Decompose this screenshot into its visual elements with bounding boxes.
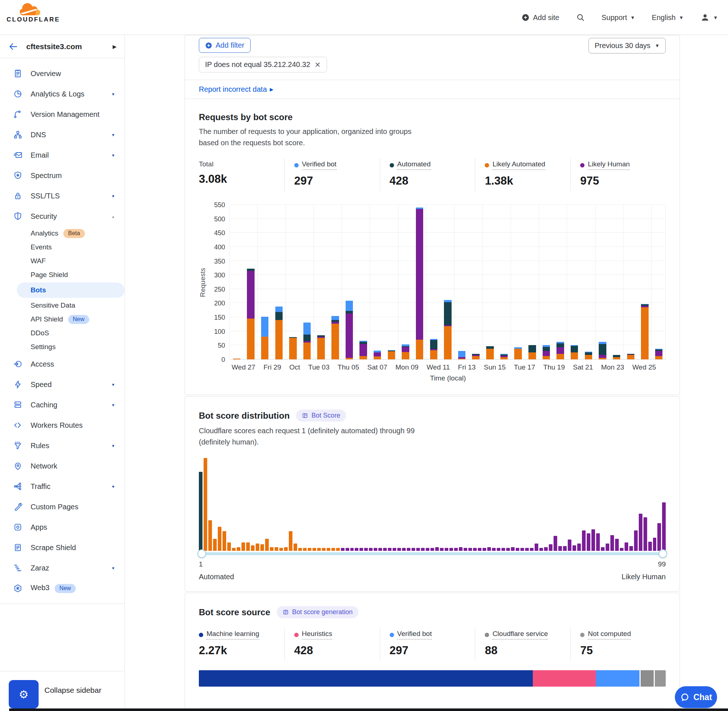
source-segment-heuristics <box>533 670 596 687</box>
settings-gear-button[interactable]: ⚙ <box>9 680 38 708</box>
sidebar-item-label: API Shield <box>31 315 63 323</box>
caching-icon <box>13 400 22 410</box>
topbar-actions: Add site Support ▼ English ▼ ▼ <box>521 0 718 35</box>
sidebar-item-analytics-logs[interactable]: Analytics & Logs▾ <box>0 84 124 104</box>
chevron-right-icon[interactable]: ▶ <box>112 44 117 50</box>
histogram-bar-score-36 <box>364 548 368 551</box>
bar-segment-likely-automated <box>275 320 283 359</box>
sidebar-item-zaraz[interactable]: Zaraz▾ <box>0 558 124 578</box>
sidebar-item-custom-pages[interactable]: Custom Pages <box>0 497 124 517</box>
sidebar-item-network[interactable]: Network <box>0 456 124 476</box>
sidebar-item-speed[interactable]: Speed▾ <box>0 374 124 395</box>
language-menu[interactable]: English ▼ <box>652 13 684 22</box>
sidebar-item-waf[interactable]: WAF <box>0 254 124 268</box>
source-segment-cloudflare-service <box>641 670 654 687</box>
sidebar-item-web3[interactable]: Web3New <box>0 578 124 599</box>
x-tick: Tue 17 <box>514 363 535 371</box>
histogram-bar-score-77 <box>558 546 562 551</box>
sidebar-item-analytics[interactable]: AnalyticsBeta <box>0 226 124 240</box>
x-tick: Sat 07 <box>368 363 387 371</box>
sidebar-item-email[interactable]: Email▾ <box>0 145 124 165</box>
histogram-bar-score-13 <box>255 544 259 551</box>
histogram-bar-score-79 <box>568 540 571 551</box>
add-filter-button[interactable]: Add filter <box>199 38 251 53</box>
stat-label-text[interactable]: Not computed <box>588 630 631 640</box>
report-incorrect-data-link[interactable]: Report incorrect data ▶ <box>199 85 273 94</box>
chevron-down-icon[interactable]: ▾ <box>112 132 114 138</box>
sidebar-item-dns[interactable]: DNS▾ <box>0 124 124 145</box>
stat-label-text[interactable]: Verified bot <box>397 630 432 640</box>
sidebar-item-traffic[interactable]: Traffic▾ <box>0 476 124 497</box>
chevron-down-icon[interactable]: ▾ <box>112 565 114 571</box>
y-tick-label: 100 <box>214 327 225 335</box>
sidebar-item-caching[interactable]: Caching▾ <box>0 395 124 415</box>
histogram-bar-score-55 <box>454 548 458 551</box>
bot-score-generation-docs-badge[interactable]: Bot score generation <box>277 606 358 618</box>
bar-segment-likely-automated <box>627 355 634 359</box>
chevron-up-icon[interactable]: ▴ <box>112 214 114 219</box>
chevron-down-icon[interactable]: ▾ <box>112 484 114 489</box>
bar-slot <box>583 205 594 359</box>
sidebar-item-access[interactable]: Access <box>0 354 124 374</box>
sidebar-item-settings[interactable]: Settings <box>0 340 124 354</box>
sidebar-item-scrape-shield[interactable]: Scrape Shield <box>0 537 124 558</box>
bar-slot <box>611 205 622 359</box>
sidebar-divider <box>0 603 124 604</box>
chevron-down-icon[interactable]: ▾ <box>112 91 114 97</box>
stat-label-text[interactable]: Cloudflare service <box>492 630 548 640</box>
date-range-dropdown[interactable]: Previous 30 days ▼ <box>589 38 666 53</box>
sidebar-item-workers-routes[interactable]: Workers Routes <box>0 415 124 435</box>
custom-pages-icon <box>13 502 22 512</box>
sidebar-item-events[interactable]: Events <box>0 240 124 254</box>
chat-button[interactable]: Chat <box>675 686 717 708</box>
legend-dot-icon <box>199 633 203 637</box>
stat-label-text[interactable]: Verified bot <box>302 160 337 170</box>
chevron-down-icon[interactable]: ▾ <box>112 443 114 448</box>
back-arrow-icon[interactable] <box>9 42 18 51</box>
x-tick: Wed 11 <box>427 363 450 371</box>
account-menu[interactable]: ▼ <box>700 13 718 22</box>
bot-score-docs-badge[interactable]: Bot Score <box>296 410 346 422</box>
x-tick-label: Wed 11 <box>427 363 450 371</box>
cloudflare-logo[interactable]: CLOUDFLARE <box>7 2 54 23</box>
badge-label: Bot score generation <box>292 608 353 616</box>
slider-handle-max[interactable] <box>659 549 667 558</box>
sidebar-item-bots[interactable]: Bots <box>17 283 124 298</box>
slider-handle-min[interactable] <box>197 549 206 558</box>
x-tick: Thu 05 <box>338 363 359 371</box>
add-site-button[interactable]: Add site <box>521 13 559 22</box>
stat-label-text[interactable]: Heuristics <box>302 630 332 640</box>
stat-label-text[interactable]: Likely Automated <box>492 160 545 170</box>
sidebar-item-version-management[interactable]: Version Management <box>0 104 124 124</box>
support-menu[interactable]: Support ▼ <box>602 13 635 22</box>
chevron-down-icon[interactable]: ▾ <box>112 382 114 387</box>
sidebar-item-spectrum[interactable]: Spectrum <box>0 165 124 186</box>
stat-label-text[interactable]: Automated <box>397 160 431 170</box>
sidebar-item-rules[interactable]: Rules▾ <box>0 435 124 456</box>
chevron-down-icon[interactable]: ▾ <box>112 402 114 408</box>
sidebar-item-overview[interactable]: Overview <box>0 63 124 84</box>
sidebar-item-ssl-tls[interactable]: SSL/TLS▾ <box>0 186 124 206</box>
sidebar-item-security[interactable]: Security▴ <box>0 206 124 226</box>
chevron-down-icon[interactable]: ▾ <box>112 193 114 199</box>
sidebar-item-page-shield[interactable]: Page Shield <box>0 268 124 282</box>
collapse-sidebar-label[interactable]: Collapse sidebar <box>44 686 101 695</box>
chevron-down-icon: ▼ <box>679 15 684 21</box>
sidebar-item-label: SSL/TLS <box>31 192 112 200</box>
close-icon[interactable]: ✕ <box>315 61 321 68</box>
bar-slot <box>598 205 608 359</box>
search-icon[interactable] <box>576 13 585 22</box>
stat-value: 2.27k <box>199 644 284 657</box>
sidebar-item-ddos[interactable]: DDoS <box>0 326 124 340</box>
stat-label-text[interactable]: Machine learning <box>207 630 259 640</box>
gridline <box>539 205 539 359</box>
sidebar-item-sensitive-data[interactable]: Sensitive Data <box>0 298 124 312</box>
stat-label-text[interactable]: Likely Human <box>588 160 630 170</box>
sidebar-item-api-shield[interactable]: API ShieldNew <box>0 312 124 326</box>
histogram-bar-score-62 <box>487 547 491 551</box>
chevron-down-icon[interactable]: ▾ <box>112 152 114 158</box>
bar-segment-likely-human <box>346 313 353 358</box>
sidebar-item-label: Events <box>31 243 52 251</box>
sidebar-item-apps[interactable]: Apps <box>0 517 124 537</box>
book-icon <box>302 413 308 419</box>
